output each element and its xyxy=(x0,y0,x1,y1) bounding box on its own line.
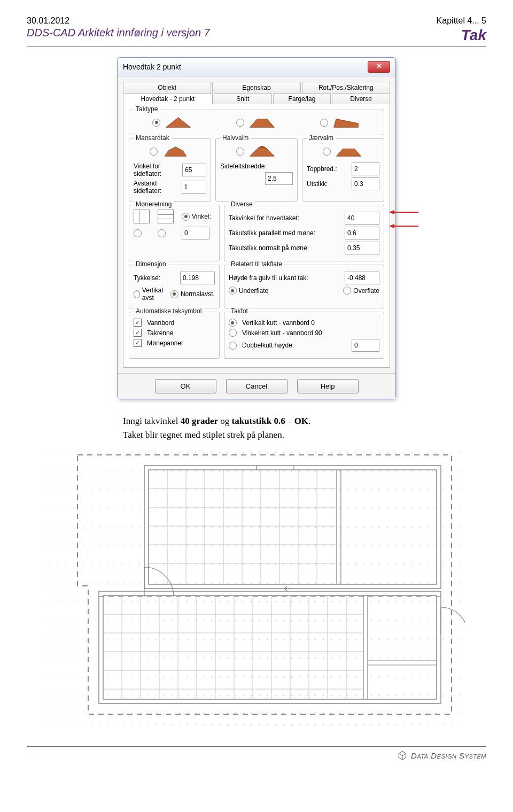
jaervalm-radio[interactable] xyxy=(323,148,331,156)
svg-marker-2 xyxy=(333,119,358,128)
avstand-side-label: Avstand sideflater: xyxy=(134,180,180,195)
vinkel-side-label: Vinkel for sideflater: xyxy=(134,163,180,177)
group-diverse: Diverse Takvinkel for hovedtaket: 40 Tak… xyxy=(224,205,384,261)
arrow-takvinkel-icon xyxy=(389,210,418,215)
tab-objekt[interactable]: Objekt xyxy=(123,82,211,93)
group-takfot: Takfot Vertikalt kutt - vannbord 0 Vinke… xyxy=(224,312,384,359)
sidefelt-label: Sidefeltsbredde: xyxy=(220,163,267,170)
vkutt-radio[interactable] xyxy=(229,319,237,327)
footer-brand: Data Design System xyxy=(411,751,486,760)
tab-snitt[interactable]: Snitt xyxy=(214,93,272,104)
header-doctitle: DDS-CAD Arkitekt innføring i versjon 7 xyxy=(27,27,210,44)
parallelt-label: Takutstikk parallelt med møne: xyxy=(229,229,315,237)
halvvalm-radio[interactable] xyxy=(236,148,244,156)
dialog-hovedtak: Hovedtak 2 punkt ✕ Objekt Egenskap Rot./… xyxy=(117,57,396,399)
body-line2: Taket blir tegnet med stiplet strek på p… xyxy=(123,428,486,442)
toppbred-label: Toppbred.: xyxy=(307,165,337,173)
normalt-input[interactable]: 0.35 xyxy=(345,242,379,254)
vertavst-radio[interactable] xyxy=(134,290,140,298)
avstand-side-input[interactable]: 1 xyxy=(182,181,206,194)
taktype-label: Taktype xyxy=(134,105,160,113)
vinkel-side-input[interactable]: 65 xyxy=(182,164,206,176)
hoyde-label: Høyde fra gulv til u.kant tak: xyxy=(229,274,308,282)
arrow-parallelt-icon xyxy=(389,223,418,229)
svg-rect-30 xyxy=(103,596,437,699)
halvvalm-label: Halvvalm xyxy=(220,134,251,142)
relatert-label: Relatert til takflate xyxy=(229,260,284,268)
svg-marker-10 xyxy=(389,224,394,228)
mone-vinkel-radio[interactable] xyxy=(182,213,190,221)
mansard-label: Mansardtak xyxy=(134,134,172,142)
underflate-radio[interactable] xyxy=(229,287,237,295)
tab-rotpos[interactable]: Rot./Pos./Skalering xyxy=(302,82,390,93)
group-autosymbol: Automatiske taksymbol Vannbord Takrenne … xyxy=(129,312,220,359)
header-date: 30.01.2012 xyxy=(27,16,69,26)
utstikk-input[interactable]: 0.3 xyxy=(352,177,379,190)
vannbord-check[interactable] xyxy=(134,319,142,327)
vkutt-label: Vertikalt kutt - vannbord 0 xyxy=(242,319,315,327)
roof-gable-icon xyxy=(164,114,193,130)
takrenne-check[interactable] xyxy=(134,329,142,337)
dialog-title-text: Hovedtak 2 punkt xyxy=(123,63,181,71)
mansard-radio[interactable] xyxy=(150,148,158,156)
tab-egenskap[interactable]: Egenskap xyxy=(212,82,300,93)
cancel-button[interactable]: Cancel xyxy=(226,379,287,393)
taktype-radio-hip[interactable] xyxy=(236,119,244,127)
group-relatert: Relatert til takflate Høyde fra gulv til… xyxy=(224,265,384,308)
close-icon[interactable]: ✕ xyxy=(368,61,390,73)
group-taktype: Taktype xyxy=(129,110,384,135)
tab-hovedtak[interactable]: Hovedtak - 2 punkt xyxy=(123,93,213,104)
dds-logo-icon xyxy=(397,750,408,761)
svg-marker-3 xyxy=(165,147,186,156)
dobbel-input[interactable]: 0 xyxy=(352,339,379,352)
header-section: Tak xyxy=(461,27,486,44)
autosymbol-label: Automatiske taksymbol xyxy=(134,307,204,315)
vinkelrett-radio[interactable] xyxy=(229,329,237,337)
sidefelt-input[interactable]: 2.5 xyxy=(265,172,293,185)
moneretning-label: Møneretning xyxy=(134,200,174,208)
overflate-label: Overflate xyxy=(353,287,379,295)
dobbel-label: Dobbelkutt høyde: xyxy=(242,342,294,349)
tykkelse-input[interactable]: 0.198 xyxy=(180,272,215,284)
takvinkel-input[interactable]: 40 xyxy=(345,212,379,225)
svg-marker-5 xyxy=(258,146,266,148)
svg-marker-8 xyxy=(389,210,394,214)
group-jaervalm: Jærvalm Toppbred.: 2 Utstikk: xyxy=(302,138,384,202)
vinkelrett-label: Vinkelrett kutt - vannbord 90 xyxy=(242,329,322,337)
hoyde-input[interactable]: -0.488 xyxy=(345,272,379,284)
mone-vinkel-input[interactable]: 0 xyxy=(182,227,209,239)
mone-vert-radio[interactable] xyxy=(134,229,142,237)
help-button[interactable]: Help xyxy=(297,379,359,393)
toppbred-input[interactable]: 2 xyxy=(352,163,379,175)
taktype-radio-gable[interactable] xyxy=(152,119,160,127)
ok-button[interactable]: OK xyxy=(155,379,216,393)
tykkelse-label: Tykkelse: xyxy=(134,274,160,282)
jaervalm-label: Jærvalm xyxy=(307,134,336,142)
mone-horz-radio[interactable] xyxy=(158,229,166,237)
normavst-radio[interactable] xyxy=(170,290,178,298)
tab-fargelag[interactable]: Farge/lag xyxy=(273,93,331,104)
monepanner-check[interactable] xyxy=(134,339,142,347)
roof-hip-icon xyxy=(247,114,277,130)
taktype-radio-shed[interactable] xyxy=(320,119,328,127)
normavst-label: Normalavst. xyxy=(181,290,215,298)
group-halvvalm: Halvvalm Sidefeltsbredde: 2.5 xyxy=(215,138,298,202)
underflate-label: Underflate xyxy=(239,287,268,295)
svg-marker-4 xyxy=(250,148,275,157)
roof-mansard-icon xyxy=(161,143,190,159)
tab-diverse[interactable]: Diverse xyxy=(332,93,390,104)
body-line1: Inngi takvinkel 40 grader og takutstikk … xyxy=(123,414,486,428)
vertavst-label: Vertikal avst xyxy=(142,287,168,301)
mone-horz-icon xyxy=(158,210,174,223)
roof-shed-icon xyxy=(331,114,361,130)
dobbel-radio[interactable] xyxy=(229,342,237,350)
group-moneretning: Møneretning Vinkel: 0 xyxy=(129,205,220,261)
overflate-radio[interactable] xyxy=(343,287,351,295)
group-mansard: Mansardtak Vinkel for sideflater: 65 Avs… xyxy=(129,138,211,202)
svg-marker-1 xyxy=(250,119,275,128)
takrenne-label: Takrenne xyxy=(147,329,173,337)
svg-rect-28 xyxy=(149,470,437,584)
takvinkel-label: Takvinkel for hovedtaket: xyxy=(229,214,299,222)
parallelt-input[interactable]: 0.6 xyxy=(345,227,379,239)
takfot-label: Takfot xyxy=(229,307,250,315)
